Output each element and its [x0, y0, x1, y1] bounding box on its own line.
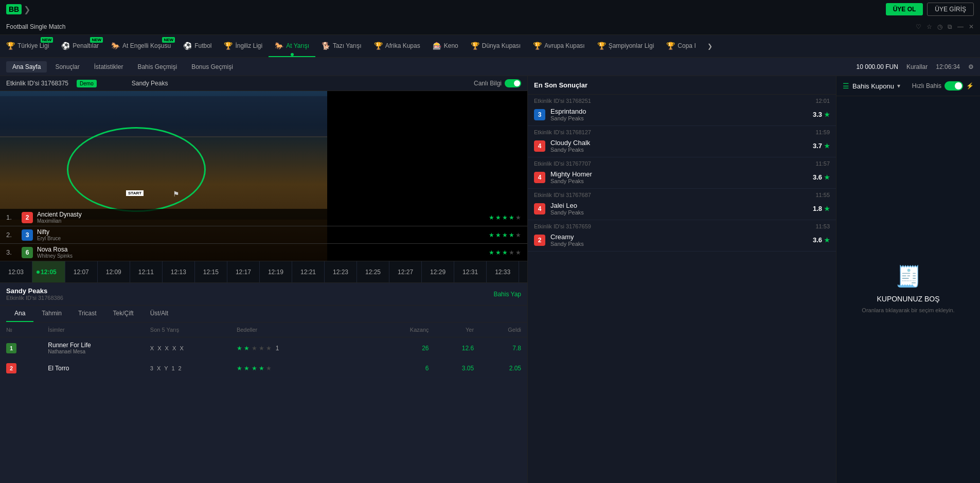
horse-info-2: El Torro — [42, 359, 144, 378]
result-horse-info-2: Cloudy Chalk Sandy Peaks — [550, 139, 813, 153]
live-toggle-switch[interactable] — [505, 79, 521, 87]
result-entry-body-5: 2 Creamy Sandy Peaks 3.6 ★ — [528, 231, 836, 251]
col-yer: Yer — [435, 323, 480, 337]
hizli-bahis-label: Hızlı Bahis — [912, 82, 941, 90]
coupon-header: ☰ Bahis Kuponu ▾ Hızlı Bahis ⚡ — [836, 76, 980, 96]
sport-item-dunya[interactable]: 🏆 Dünya Kupası — [465, 35, 527, 57]
timeline-1229[interactable]: 12:29 — [422, 261, 454, 283]
star5: ★ — [266, 345, 272, 352]
timeline-1227[interactable]: 12:27 — [389, 261, 422, 283]
result-entry-header-2: Etkinlik ID'si 31768127 11:59 — [528, 126, 836, 137]
hizli-bahis-toggle[interactable] — [945, 81, 963, 91]
timeline-1205[interactable]: 12:05 — [32, 261, 65, 283]
star5: ★ — [515, 249, 521, 256]
timeline-1223[interactable]: 12:23 — [325, 261, 357, 283]
window-btn-close[interactable]: ✕ — [969, 23, 974, 30]
sport-item-copa[interactable]: 🏆 Copa I — [660, 35, 702, 57]
at-yarisi-icon: 🐎 — [275, 42, 283, 50]
timeline-1203[interactable]: 12:03 — [0, 261, 32, 283]
result-entry-body-2: 4 Cloudy Chalk Sandy Peaks 3.7 ★ — [528, 137, 836, 157]
timeline-1219[interactable]: 12:19 — [260, 261, 292, 283]
sport-item-afrika[interactable]: 🏆 Afrika Kupas — [368, 35, 426, 57]
sub-nav-istatistikler[interactable]: İstatistikler — [88, 61, 130, 73]
sport-item-sampiyonlar[interactable]: 🏆 Şampiyonlar Ligi — [591, 35, 661, 57]
timeline-1231[interactable]: 12:31 — [454, 261, 487, 283]
sport-item-futbol[interactable]: ⚽ Futbol — [177, 35, 218, 57]
result-id-4: Etkinlik ID'si 31767687 — [534, 192, 591, 198]
coupon-title-text: Bahis Kuponu — [852, 82, 894, 90]
timeline-1209[interactable]: 12:09 — [98, 261, 130, 283]
result-id-3: Etkinlik ID'si 31767707 — [534, 160, 591, 167]
sub-nav-ana-sayfa[interactable]: Ana Sayfa — [6, 61, 47, 73]
star5: ★ — [515, 231, 521, 239]
result-entry-header-4: Etkinlik ID'si 31767687 11:55 — [528, 189, 836, 200]
uye-giris-button[interactable]: ÜYE GİRİŞ — [927, 3, 974, 16]
bet-tab-tricast[interactable]: Tricast — [70, 306, 105, 322]
balance-display: 10 000.00 FUN — [857, 63, 898, 70]
ingiliz-icon: 🏆 — [224, 42, 233, 50]
sport-item-at-yarisi[interactable]: 🐎 At Yarışı — [269, 35, 315, 57]
timeline-1207[interactable]: 12:07 — [65, 261, 98, 283]
timeline-1235[interactable]: 12:35 — [519, 261, 527, 283]
timeline-1211[interactable]: 12:11 — [130, 261, 163, 283]
timeline-1221[interactable]: 12:21 — [292, 261, 325, 283]
sub-nav-bahis-gecmisi[interactable]: Bahis Geçmişi — [131, 61, 183, 73]
star2: ★ — [244, 365, 250, 372]
star3: ★ — [252, 365, 257, 372]
bahis-yap-link[interactable]: Bahis Yap — [493, 291, 521, 298]
sport-item-ingiliz[interactable]: 🏆 İngiliz Ligi — [218, 35, 269, 57]
demo-badge: Demo — [77, 80, 97, 87]
result-odds-1: 3.3 ★ — [813, 111, 830, 118]
result-pos-badge-1: 3 — [534, 109, 545, 120]
nav-more-button[interactable]: ❯ — [702, 35, 718, 57]
timeline-1215[interactable]: 12:15 — [195, 261, 227, 283]
window-btn-heart[interactable]: ♡ — [916, 23, 921, 30]
uye-ol-button[interactable]: ÜYE OL — [886, 3, 923, 15]
horse-name-2: El Torro — [48, 365, 138, 372]
bet-tab-tek-cift[interactable]: Tek/Çift — [105, 306, 142, 322]
sub-nav-sonuclar[interactable]: Sonuçlar — [49, 61, 85, 73]
settings-icon[interactable]: ⚙ — [968, 63, 974, 70]
bet-tab-ust-alt[interactable]: Üst/Alt — [142, 306, 176, 322]
col-last5: Son 5 Yarış — [144, 323, 230, 337]
result-horse-info-5: Creamy Sandy Peaks — [550, 233, 813, 247]
result-odds-val-2: 3.7 — [813, 142, 822, 150]
star3: ★ — [502, 214, 508, 221]
timeline-1213[interactable]: 12:13 — [163, 261, 195, 283]
timeline-1217[interactable]: 12:17 — [227, 261, 260, 283]
result-entry-body-1: 3 Esprintando Sandy Peaks 3.3 ★ — [528, 105, 836, 126]
race-title: Sandy Peaks — [132, 80, 168, 87]
bet-tab-tahmin[interactable]: Tahmin — [33, 306, 70, 322]
window-btn-expand[interactable]: ⧉ — [948, 23, 952, 30]
window-btn-star[interactable]: ☆ — [926, 23, 932, 30]
result-star-icon-1: ★ — [824, 111, 830, 118]
result-stars-2: ★ ★ ★ ★ ★ — [489, 231, 521, 239]
result-entry-header-1: Etkinlik ID'si 31768251 12:01 — [528, 95, 836, 105]
sport-item-at-engelli[interactable]: 🐎 At Engelli Koşusu NEW — [105, 35, 177, 57]
horse-empty2-1 — [354, 337, 377, 359]
turkiye-badge: NEW — [41, 37, 54, 43]
window-btn-clock[interactable]: ◷ — [937, 23, 942, 30]
ingiliz-label: İngiliz Ligi — [235, 42, 262, 49]
timeline-1225[interactable]: 12:25 — [357, 261, 389, 283]
horse-num-badge-1: 1 — [6, 343, 16, 353]
kurallar-link[interactable]: Kurallar — [906, 63, 928, 70]
sport-item-avrupa[interactable]: 🏆 Avrupa Kupası — [527, 35, 591, 57]
sport-item-keno[interactable]: 🎰 Keno — [426, 35, 465, 57]
result-name-2: Nifty Eryl Bruce — [37, 228, 489, 241]
sport-item-penaltlar[interactable]: ⚽ Penaltılar NEW — [55, 35, 105, 57]
horse-last5-1: X X X X X — [144, 337, 230, 359]
sub-nav-bonus-gecmisi[interactable]: Bonus Geçmişi — [185, 61, 239, 73]
live-info-label: Canlı Bilgi — [474, 80, 502, 87]
result-horse-info-1: Esprintando Sandy Peaks — [550, 108, 813, 121]
sport-item-turkiye[interactable]: 🏆 Türkiye Ligi NEW — [0, 35, 55, 57]
result-venue-5: Sandy Peaks — [550, 241, 813, 247]
result-time-4: 11:55 — [815, 192, 830, 198]
race-header: Etkinlik ID'si 31768375 Demo Sandy Peaks… — [0, 76, 527, 91]
timeline-1233[interactable]: 12:33 — [487, 261, 519, 283]
coupon-chevron-icon[interactable]: ▾ — [897, 82, 900, 90]
result-entry-body-3: 4 Mighty Homer Sandy Peaks 3.6 ★ — [528, 168, 836, 188]
bet-tab-ana[interactable]: Ana — [6, 306, 33, 322]
window-btn-minimize[interactable]: — — [957, 23, 964, 30]
sport-item-tazi[interactable]: 🐕 Tazı Yarışı — [315, 35, 368, 57]
